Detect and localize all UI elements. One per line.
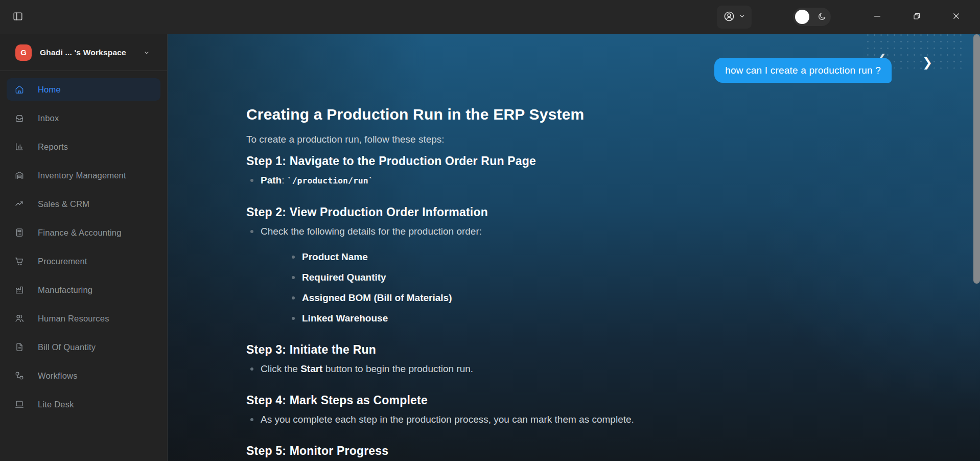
- home-icon: [14, 84, 25, 95]
- chevron-down-icon: [143, 49, 150, 56]
- sidebar-toggle-button[interactable]: [9, 8, 27, 26]
- bold-text: Required Quantity: [302, 272, 386, 283]
- sidebar-item-workflows[interactable]: Workflows: [7, 364, 160, 387]
- maximize-button[interactable]: [909, 9, 924, 25]
- moon-icon: [817, 12, 827, 24]
- response-steps: Step 1: Navigate to the Production Order…: [246, 154, 892, 457]
- sidebar-item-label: Inventory Management: [38, 171, 126, 180]
- file-text-icon: [14, 342, 25, 352]
- bold-text: Product Name: [302, 251, 368, 262]
- sidebar-item-lite-desk[interactable]: Lite Desk: [7, 393, 160, 416]
- panel-left-icon: [12, 11, 24, 24]
- sidebar-item-sales-crm[interactable]: Sales & CRM: [7, 193, 160, 215]
- inbox-icon: [14, 113, 25, 123]
- sidebar-nav: HomeInboxReportsInventory ManagementSale…: [0, 71, 167, 429]
- bullet-item: As you complete each step in the product…: [246, 414, 892, 425]
- minimize-button[interactable]: [870, 9, 885, 25]
- sidebar-item-manufacturing[interactable]: Manufacturing: [7, 279, 160, 301]
- user-message-bubble: how can I create a production run ?: [714, 58, 892, 83]
- chat-panel: ❮ ❯ how can I create a production run ? …: [168, 34, 980, 461]
- warehouse-icon: [14, 170, 25, 180]
- sidebar-item-label: Manufacturing: [38, 285, 92, 295]
- laptop-icon: [14, 399, 25, 409]
- sidebar-item-procurement[interactable]: Procurement: [7, 250, 160, 272]
- chevron-down-icon: [739, 13, 745, 21]
- bullet-item: Click the Start button to begin the prod…: [246, 364, 892, 374]
- titlebar: [0, 0, 980, 34]
- window-controls: [870, 9, 964, 25]
- sidebar-item-inbox[interactable]: Inbox: [7, 107, 160, 129]
- close-icon: [951, 11, 961, 22]
- theme-toggle-knob: [795, 10, 809, 24]
- sidebar-item-home[interactable]: Home: [7, 78, 160, 101]
- step-heading: Step 2: View Production Order Informatio…: [246, 205, 892, 219]
- step-heading: Step 3: Initiate the Run: [246, 343, 892, 356]
- sidebar-item-finance-accounting[interactable]: Finance & Accounting: [7, 221, 160, 244]
- theme-toggle[interactable]: [793, 8, 831, 26]
- workflow-icon: [14, 371, 25, 381]
- step-heading: Step 4: Mark Steps as Complete: [246, 394, 892, 407]
- response-title: Creating a Production Run in the ERP Sys…: [246, 105, 892, 124]
- nested-bullet-list: Product NameRequired QuantityAssigned BO…: [288, 252, 892, 324]
- step-bullet-list: Path: `/production/run`: [246, 175, 892, 186]
- nested-bullet-item: Product Name: [288, 252, 892, 262]
- sidebar-item-label: Sales & CRM: [38, 199, 89, 209]
- calculator-icon: [14, 227, 25, 238]
- trending-up-icon: [14, 199, 25, 209]
- step-bullet-list: Click the Start button to begin the prod…: [246, 364, 892, 374]
- chat-column: how can I create a production run ? Crea…: [246, 34, 892, 457]
- sidebar-item-label: Home: [38, 85, 61, 95]
- restore-icon: [912, 11, 922, 23]
- workspace-name: Ghadi ... 's Workspace: [40, 48, 126, 57]
- factory-icon: [14, 285, 25, 295]
- inline-code: `/production/run`: [287, 176, 374, 186]
- sidebar-item-inventory-management[interactable]: Inventory Management: [7, 164, 160, 187]
- sidebar-item-label: Lite Desk: [38, 400, 74, 409]
- sidebar-item-reports[interactable]: Reports: [7, 135, 160, 158]
- minimize-icon: [872, 11, 882, 23]
- assistant-response: Creating a Production Run in the ERP Sys…: [246, 105, 892, 457]
- sidebar-item-bill-of-quantity[interactable]: Bill Of Quantity: [7, 336, 160, 358]
- sidebar-item-label: Reports: [38, 142, 68, 152]
- step-heading: Step 5: Monitor Progress: [246, 444, 892, 457]
- bold-text: Start: [300, 363, 322, 374]
- step-bullet-list: As you complete each step in the product…: [246, 414, 892, 425]
- sidebar-item-label: Finance & Accounting: [38, 228, 122, 238]
- step-bullet-list: Check the following details for the prod…: [246, 226, 892, 324]
- person-circle-icon: [723, 10, 735, 24]
- bold-text: Linked Warehouse: [302, 313, 388, 324]
- close-button[interactable]: [948, 9, 964, 25]
- sidebar-item-label: Inbox: [38, 113, 59, 123]
- sidebar-item-label: Procurement: [38, 257, 87, 266]
- bar-chart-icon: [14, 142, 25, 152]
- bold-text: Assigned BOM (Bill of Materials): [302, 292, 452, 303]
- sidebar-item-label: Human Resources: [38, 314, 109, 324]
- nested-bullet-item: Assigned BOM (Bill of Materials): [288, 293, 892, 303]
- sidebar: G Ghadi ... 's Workspace HomeInboxReport…: [0, 34, 168, 461]
- workspace-switcher[interactable]: G Ghadi ... 's Workspace: [0, 34, 167, 71]
- bullet-item: Check the following details for the prod…: [246, 226, 892, 324]
- workspace-avatar: G: [15, 44, 32, 61]
- nested-bullet-item: Required Quantity: [288, 272, 892, 283]
- sidebar-item-label: Workflows: [38, 371, 78, 381]
- sidebar-item-label: Bill Of Quantity: [38, 342, 96, 352]
- bold-text: Path: [261, 175, 282, 186]
- step-heading: Step 1: Navigate to the Production Order…: [246, 154, 892, 168]
- sidebar-item-human-resources[interactable]: Human Resources: [7, 307, 160, 330]
- bullet-item: Path: `/production/run`: [246, 175, 892, 186]
- users-icon: [14, 313, 25, 324]
- response-intro: To create a production run, follow these…: [246, 133, 892, 146]
- titlebar-right-controls: [717, 6, 964, 29]
- scrollbar-thumb[interactable]: [973, 34, 980, 284]
- chevron-right-button[interactable]: ❯: [922, 55, 932, 70]
- shopping-cart-icon: [14, 256, 25, 266]
- nested-bullet-item: Linked Warehouse: [288, 313, 892, 324]
- account-menu-button[interactable]: [717, 6, 752, 29]
